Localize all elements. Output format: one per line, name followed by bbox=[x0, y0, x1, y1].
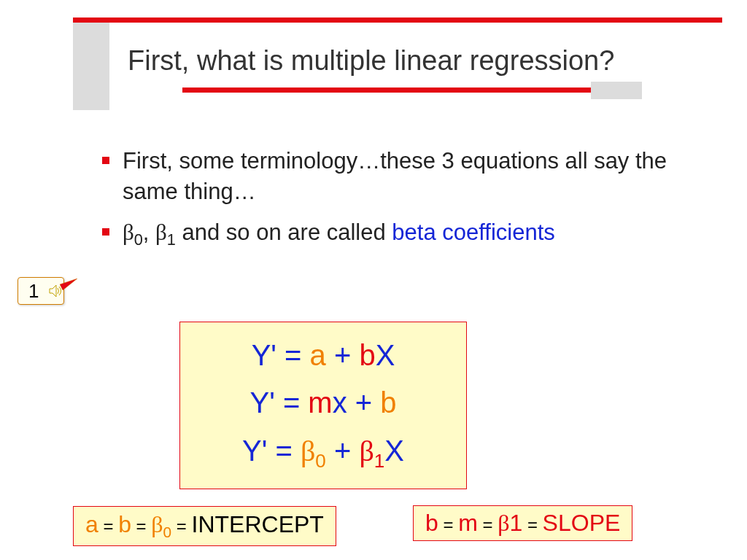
eq2-y: Y' = bbox=[249, 386, 308, 419]
eq3-plus: + bbox=[326, 435, 360, 467]
br-b: b bbox=[425, 510, 438, 536]
eq1-x: X bbox=[376, 339, 395, 371]
bl-beta: β bbox=[151, 511, 163, 537]
bullet-1: First, some terminology…these 3 equation… bbox=[102, 146, 700, 207]
speaker-icon bbox=[48, 283, 64, 299]
bullet-marker-icon bbox=[102, 157, 109, 164]
bullet-2-text: β0, β1 and so on are called beta coeffic… bbox=[123, 217, 555, 250]
svg-marker-6 bbox=[50, 285, 56, 297]
comma: , bbox=[143, 219, 155, 245]
equations-box: Y' = a + bX Y' = mx + b Y' = β0 + β1X bbox=[179, 322, 467, 489]
bl-eq1: = bbox=[98, 516, 118, 536]
br-beta: β bbox=[498, 510, 509, 536]
eq2-x: x bbox=[333, 386, 347, 419]
eq1-a: a bbox=[310, 339, 326, 371]
top-red-bar bbox=[73, 18, 722, 23]
eq2-m: m bbox=[308, 386, 332, 419]
bullet-2-mid: and so on are called bbox=[176, 219, 392, 245]
term-beta-coefficients: beta coefficients bbox=[392, 219, 554, 245]
eq1-plus: + bbox=[326, 339, 360, 371]
eq2-plus: + bbox=[347, 386, 381, 419]
bullet-list: First, some terminology…these 3 equation… bbox=[102, 146, 700, 260]
eq3-b0: β bbox=[301, 435, 315, 467]
bl-eq3: = bbox=[171, 516, 191, 536]
br-slope: SLOPE bbox=[543, 510, 621, 536]
intercept-box: a = b = β0 = INTERCEPT bbox=[73, 506, 336, 546]
eq2-b: b bbox=[380, 386, 396, 419]
br-one: 1 bbox=[509, 510, 522, 536]
beta-glyph: β bbox=[123, 219, 134, 245]
mid-red-bar bbox=[182, 88, 591, 93]
bl-intercept: INTERCEPT bbox=[192, 511, 324, 537]
sub-0: 0 bbox=[134, 230, 143, 249]
slide-title: First, what is multiple linear regressio… bbox=[128, 45, 614, 77]
bl-eq2: = bbox=[131, 516, 151, 536]
eq3-zero: 0 bbox=[315, 450, 325, 472]
equation-1: Y' = a + bX bbox=[252, 339, 395, 372]
eq3-one: 1 bbox=[374, 450, 384, 472]
equation-3: Y' = β0 + β1X bbox=[242, 434, 404, 472]
eq3-b1: β bbox=[359, 435, 374, 467]
slope-box: b = m = β1 = SLOPE bbox=[413, 505, 632, 541]
br-eq1: = bbox=[438, 515, 458, 534]
gray-block-right bbox=[591, 82, 642, 99]
br-eq3: = bbox=[522, 515, 542, 534]
bullet-1-text: First, some terminology…these 3 equation… bbox=[123, 146, 700, 207]
sub-1: 1 bbox=[167, 230, 176, 249]
br-eq2: = bbox=[478, 515, 498, 534]
eq3-y: Y' = bbox=[242, 435, 301, 467]
bl-zero: 0 bbox=[163, 524, 172, 540]
eq1-y: Y' = bbox=[252, 339, 310, 371]
bullet-marker-icon bbox=[102, 228, 109, 236]
bl-b: b bbox=[118, 511, 131, 537]
br-m: m bbox=[458, 510, 478, 536]
eq3-x: X bbox=[384, 435, 404, 467]
eq1-b: b bbox=[359, 339, 375, 371]
equation-2: Y' = mx + b bbox=[249, 386, 396, 419]
callout-label: 1 bbox=[28, 280, 39, 302]
gray-block-left bbox=[73, 23, 109, 110]
bullet-2: β0, β1 and so on are called beta coeffic… bbox=[102, 217, 700, 250]
bl-a: a bbox=[85, 511, 98, 537]
beta-glyph: β bbox=[155, 219, 167, 245]
